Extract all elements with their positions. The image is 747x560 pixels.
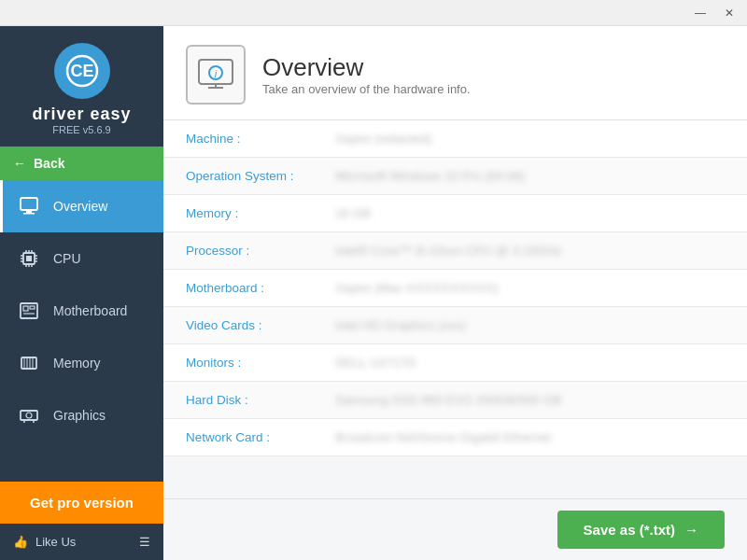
info-value: Intel® Core™ i5-10xxx CPU @ 3.10GHz — [335, 244, 725, 258]
info-label: Motherboard : — [186, 281, 335, 295]
back-button[interactable]: ← Back — [0, 147, 163, 180]
back-label: Back — [34, 156, 64, 171]
sidebar-item-motherboard[interactable]: Motherboard — [0, 285, 163, 337]
info-row: Network Card :Broadcom NetXtreme Gigabit… — [163, 419, 747, 456]
info-value: Samsung SSD 860 EVO 250GB/500 GB — [335, 393, 725, 407]
like-us-label: Like Us — [35, 535, 76, 549]
sidebar-item-graphics[interactable]: Graphics — [0, 389, 163, 441]
sidebar: CE driver easy FREE v5.6.9 ← Back — [0, 26, 163, 560]
content-header: i Overview Take an overview of the hardw… — [163, 26, 747, 120]
svg-rect-21 — [30, 306, 35, 309]
save-arrow-icon: → — [684, 522, 698, 538]
save-label: Save as (*.txt) — [584, 522, 675, 538]
content-footer: Save as (*.txt) → — [163, 498, 747, 560]
info-row: Motherboard :Aspire (Mac-XXXXXX/XXXX) — [163, 270, 747, 307]
svg-rect-23 — [21, 357, 36, 369]
info-row: Monitors :DELL U2717D — [163, 344, 747, 382]
page-subtitle: Take an overview of the hardware info. — [262, 82, 471, 96]
info-value: Microsoft Windows 10 Pro (64-bit) — [335, 169, 725, 183]
info-value: 16 GB — [335, 206, 725, 220]
thumbs-up-icon: 👍 — [13, 535, 28, 549]
sidebar-item-memory[interactable]: Memory — [0, 337, 163, 389]
header-title-block: Overview Take an overview of the hardwar… — [262, 53, 471, 96]
svg-point-29 — [26, 413, 32, 418]
info-value: Intel HD Graphics (xxx) — [335, 318, 725, 332]
main-layout: CE driver easy FREE v5.6.9 ← Back — [0, 26, 747, 560]
logo-icon: CE — [54, 43, 110, 99]
info-row: Machine :Aspire (redacted) — [163, 120, 747, 158]
sidebar-item-label: Graphics — [53, 408, 106, 423]
sidebar-item-cpu[interactable]: CPU — [0, 232, 163, 285]
sidebar-nav: Overview — [0, 180, 163, 482]
info-row: Operation System :Microsoft Windows 10 P… — [163, 158, 747, 195]
like-us-row: 👍 Like Us ☰ — [0, 524, 163, 560]
content-area: i Overview Take an overview of the hardw… — [163, 26, 747, 560]
svg-rect-4 — [23, 213, 35, 215]
svg-rect-2 — [21, 198, 37, 210]
cpu-icon — [16, 245, 42, 272]
close-button[interactable]: ✕ — [719, 5, 740, 21]
svg-text:CE: CE — [70, 62, 93, 80]
page-title: Overview — [262, 53, 471, 82]
svg-rect-20 — [23, 306, 28, 311]
info-label: Operation System : — [186, 169, 335, 183]
title-bar: — ✕ — [0, 0, 747, 26]
info-row: Hard Disk :Samsung SSD 860 EVO 250GB/500… — [163, 382, 747, 419]
info-label: Processor : — [186, 244, 335, 258]
info-label: Machine : — [186, 132, 335, 146]
sidebar-logo: CE driver easy FREE v5.6.9 — [0, 26, 163, 147]
info-value: Broadcom NetXtreme Gigabit Ethernet — [335, 430, 725, 444]
info-value: Aspire (Mac-XXXXXX/XXXX) — [335, 281, 725, 295]
overview-header-icon: i — [186, 45, 246, 105]
sidebar-item-label: CPU — [53, 251, 81, 266]
back-arrow-icon: ← — [13, 156, 26, 171]
save-button[interactable]: Save as (*.txt) → — [557, 511, 725, 549]
sidebar-item-label: Memory — [53, 356, 101, 371]
info-row: Memory :16 GB — [163, 195, 747, 232]
sidebar-item-label: Motherboard — [53, 303, 127, 318]
info-label: Monitors : — [186, 356, 335, 370]
svg-rect-3 — [26, 211, 32, 213]
info-label: Hard Disk : — [186, 393, 335, 407]
logo-version: FREE v5.6.9 — [52, 124, 110, 135]
svg-text:i: i — [215, 68, 218, 79]
logo-text: driver easy — [32, 105, 131, 124]
overview-icon — [16, 193, 42, 219]
memory-icon — [16, 350, 42, 376]
menu-icon[interactable]: ☰ — [139, 535, 150, 549]
info-label: Memory : — [186, 206, 335, 220]
motherboard-icon — [16, 298, 42, 324]
info-rows-container: Machine :Aspire (redacted)Operation Syst… — [163, 120, 747, 456]
svg-rect-6 — [26, 256, 32, 261]
info-label: Video Cards : — [186, 318, 335, 332]
content-body: Machine :Aspire (redacted)Operation Syst… — [163, 120, 747, 498]
graphics-icon — [16, 402, 42, 428]
info-row: Video Cards :Intel HD Graphics (xxx) — [163, 307, 747, 344]
get-pro-button[interactable]: Get pro version — [0, 482, 163, 524]
info-value: Aspire (redacted) — [335, 132, 725, 146]
info-value: DELL U2717D — [335, 356, 725, 370]
info-row: Processor :Intel® Core™ i5-10xxx CPU @ 3… — [163, 232, 747, 270]
minimize-button[interactable]: — — [689, 5, 712, 21]
sidebar-item-label: Overview — [53, 199, 107, 214]
sidebar-item-overview[interactable]: Overview — [0, 180, 163, 232]
info-label: Network Card : — [186, 430, 335, 444]
